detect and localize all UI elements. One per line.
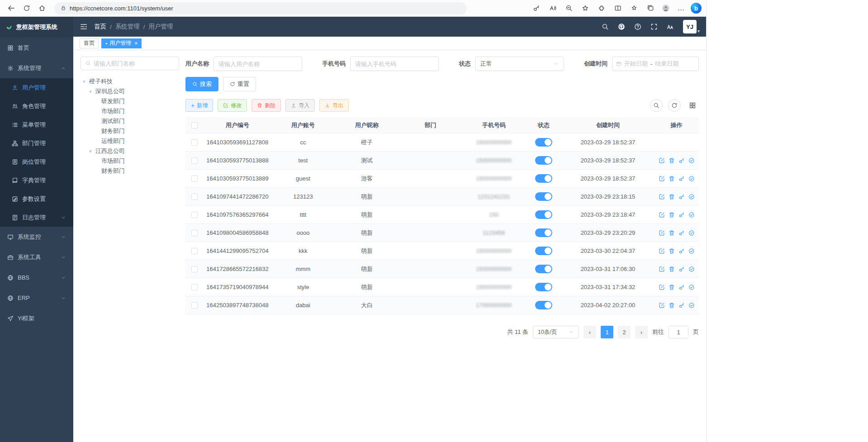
row-checkbox[interactable] xyxy=(191,266,198,272)
sidebar-item-dept-mgmt[interactable]: 部门管理 xyxy=(0,134,73,152)
breadcrumb-home[interactable]: 首页 xyxy=(94,23,106,31)
collections-icon[interactable] xyxy=(644,2,657,14)
favorites-bar-icon[interactable] xyxy=(627,2,641,14)
sidebar-item-home[interactable]: 首页 xyxy=(0,38,73,58)
font-size-icon[interactable] xyxy=(667,23,674,30)
goto-page-input[interactable] xyxy=(669,326,688,338)
assign-role-icon[interactable] xyxy=(688,284,695,290)
assign-role-icon[interactable] xyxy=(688,157,695,164)
zoom-icon[interactable] xyxy=(562,2,576,14)
status-toggle[interactable] xyxy=(535,210,552,219)
prev-page-button[interactable]: ‹ xyxy=(583,326,596,338)
sidebar-item-menu-mgmt[interactable]: 菜单管理 xyxy=(0,115,73,134)
split-screen-icon[interactable] xyxy=(611,2,625,14)
refresh-icon[interactable] xyxy=(20,2,33,14)
add-button[interactable]: +新增 xyxy=(185,99,213,112)
sidebar-item-post-mgmt[interactable]: 岗位管理 xyxy=(0,152,73,171)
menu-fold-icon[interactable] xyxy=(80,23,88,31)
tree-node-root[interactable]: ▾橙子科技 xyxy=(81,76,179,86)
delete-row-icon[interactable] xyxy=(669,302,675,309)
status-toggle[interactable] xyxy=(535,265,552,273)
status-toggle[interactable] xyxy=(535,192,552,201)
tree-node-dept[interactable]: 运维部门 xyxy=(81,136,179,146)
sidebar-item-monitor[interactable]: 系统监控 xyxy=(0,227,73,247)
delete-row-icon[interactable] xyxy=(669,230,675,236)
assign-role-icon[interactable] xyxy=(688,302,695,309)
export-button[interactable]: 导出 xyxy=(319,99,349,112)
edit-row-icon[interactable] xyxy=(659,230,665,236)
sidebar-item-system[interactable]: 系统管理 xyxy=(0,58,73,78)
lock-icon[interactable] xyxy=(61,5,66,11)
assign-role-icon[interactable] xyxy=(688,194,695,200)
status-toggle[interactable] xyxy=(535,138,552,147)
copilot-bing-icon[interactable]: b xyxy=(691,3,702,14)
tree-node-dept[interactable]: 财务部门 xyxy=(81,166,179,176)
sidebar-item-tools[interactable]: 系统工具 xyxy=(0,247,73,267)
row-checkbox[interactable] xyxy=(191,176,198,182)
sidebar-item-yi-framework[interactable]: Yi框架 xyxy=(0,308,73,328)
edit-row-icon[interactable] xyxy=(659,266,665,272)
reset-button[interactable]: 重置 xyxy=(223,77,256,91)
tree-node-dept[interactable]: 市场部门 xyxy=(81,106,179,116)
status-toggle[interactable] xyxy=(535,174,552,183)
import-button[interactable]: 导入 xyxy=(285,99,315,112)
row-checkbox[interactable] xyxy=(191,139,198,146)
edit-row-icon[interactable] xyxy=(659,212,665,218)
delete-row-icon[interactable] xyxy=(669,266,675,272)
row-checkbox[interactable] xyxy=(191,212,198,218)
assign-role-icon[interactable] xyxy=(688,176,695,182)
back-icon[interactable] xyxy=(5,2,18,14)
tree-node-company[interactable]: ▾深圳总公司 xyxy=(81,86,179,96)
edit-row-icon[interactable] xyxy=(659,302,665,309)
tab-home[interactable]: 首页 xyxy=(80,38,99,48)
search-button[interactable]: 搜索 xyxy=(185,77,218,91)
toggle-search-icon[interactable] xyxy=(650,99,663,112)
reset-password-icon[interactable] xyxy=(678,284,685,290)
row-checkbox[interactable] xyxy=(191,194,198,200)
reset-password-icon[interactable] xyxy=(678,266,685,272)
sidebar-item-role-mgmt[interactable]: 角色管理 xyxy=(0,97,73,115)
fullscreen-icon[interactable] xyxy=(650,23,658,30)
row-checkbox[interactable] xyxy=(191,248,198,254)
password-key-icon[interactable] xyxy=(530,2,543,14)
edit-row-icon[interactable] xyxy=(659,248,665,254)
page-1-button[interactable]: 1 xyxy=(601,326,613,338)
status-select[interactable]: 正常 xyxy=(475,57,564,71)
sidebar-item-bbs[interactable]: BBS xyxy=(0,267,73,288)
delete-row-icon[interactable] xyxy=(669,212,675,218)
tree-node-dept[interactable]: 测试部门 xyxy=(81,116,179,126)
tree-expand-icon[interactable]: ▾ xyxy=(88,89,93,95)
profile-avatar[interactable] xyxy=(660,2,672,14)
header-search-icon[interactable] xyxy=(602,23,609,30)
refresh-table-icon[interactable] xyxy=(668,99,681,112)
tree-node-dept[interactable]: 研发部门 xyxy=(81,96,179,106)
sidebar-item-user-mgmt[interactable]: 用户管理 xyxy=(0,78,73,97)
edit-row-icon[interactable] xyxy=(659,284,665,290)
row-checkbox[interactable] xyxy=(191,230,198,236)
edit-row-icon[interactable] xyxy=(659,194,665,200)
status-toggle[interactable] xyxy=(535,247,552,255)
reset-password-icon[interactable] xyxy=(678,302,685,309)
row-checkbox[interactable] xyxy=(191,302,198,309)
reset-password-icon[interactable] xyxy=(678,212,685,218)
reset-password-icon[interactable] xyxy=(678,248,685,254)
status-toggle[interactable] xyxy=(535,283,552,291)
user-avatar[interactable]: YJ xyxy=(683,20,697,33)
username-input[interactable] xyxy=(218,61,297,67)
tree-node-dept[interactable]: 市场部门 xyxy=(81,156,179,166)
help-icon[interactable] xyxy=(634,23,641,30)
edit-row-icon[interactable] xyxy=(659,157,665,164)
delete-row-icon[interactable] xyxy=(669,284,675,290)
sidebar-item-params[interactable]: 参数设置 xyxy=(0,190,73,208)
tree-node-dept[interactable]: 财务部门 xyxy=(81,126,179,136)
delete-button[interactable]: 删除 xyxy=(251,99,281,112)
assign-role-icon[interactable] xyxy=(688,230,695,236)
sidebar-item-log-mgmt[interactable]: 日志管理 xyxy=(0,208,73,227)
delete-row-icon[interactable] xyxy=(669,157,675,164)
page-2-button[interactable]: 2 xyxy=(618,326,631,338)
tree-node-company[interactable]: ▾江西总公司 xyxy=(81,146,179,156)
column-settings-icon[interactable] xyxy=(686,99,699,112)
sidebar-item-dict-mgmt[interactable]: 字典管理 xyxy=(0,171,73,190)
status-toggle[interactable] xyxy=(535,301,552,309)
assign-role-icon[interactable] xyxy=(688,266,695,272)
